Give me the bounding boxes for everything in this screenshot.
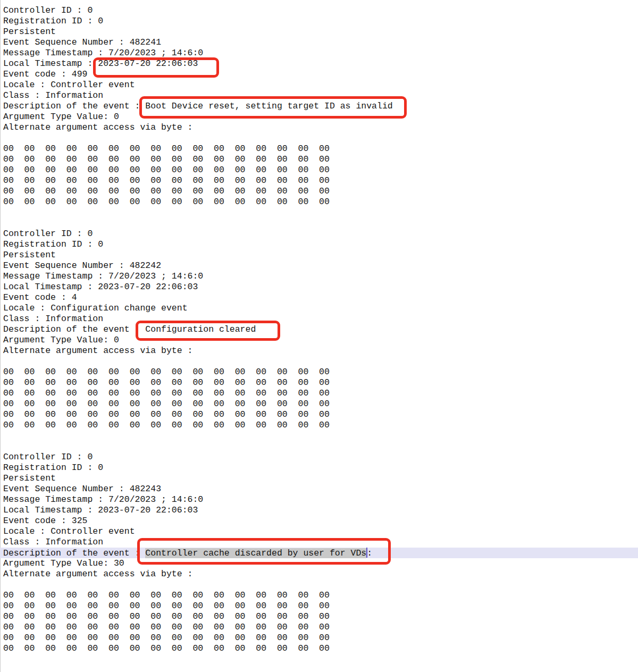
- hex-row: 00 00 00 00 00 00 00 00 00 00 00 00 00 0…: [3, 186, 638, 197]
- field-label: Alternate argument access via byte :: [3, 569, 192, 579]
- blank-line: [3, 207, 638, 218]
- field-value: 0: [114, 112, 119, 122]
- controller-id-line: Controller ID : 0: [3, 229, 638, 239]
- hex-row: 00 00 00 00 00 00 00 00 00 00 00 00 00 0…: [3, 643, 638, 654]
- field-value: 2023-07-20 22:06:03: [98, 282, 198, 292]
- field-value: Configuration change event: [51, 303, 187, 313]
- field-value: 0: [87, 452, 93, 462]
- hex-values: 00 00 00 00 00 00 00 00 00 00 00 00 00 0…: [3, 367, 330, 377]
- hex-row: 00 00 00 00 00 00 00 00 00 00 00 00 00 0…: [3, 622, 638, 633]
- description-suffix: :: [367, 548, 372, 558]
- field-value: 0: [98, 239, 103, 249]
- event-log[interactable]: Controller ID : 0Registration ID : 0Pers…: [1, 0, 638, 654]
- hex-row: 00 00 00 00 00 00 00 00 00 00 00 00 00 0…: [3, 367, 638, 377]
- field-value: Information: [45, 90, 103, 100]
- field-value: 482242: [130, 261, 161, 271]
- event-class-line: Class : Information: [3, 90, 638, 101]
- field-label: Registration ID :: [3, 16, 98, 26]
- field-label: Controller ID :: [3, 229, 87, 239]
- hex-values: 00 00 00 00 00 00 00 00 00 00 00 00 00 0…: [3, 377, 330, 388]
- hex-row: 00 00 00 00 00 00 00 00 00 00 00 00 00 0…: [3, 601, 638, 611]
- event-description-text: Configuration cleared: [145, 324, 256, 334]
- hex-values: 00 00 00 00 00 00 00 00 00 00 00 00 00 0…: [3, 622, 330, 632]
- blank-line: [3, 579, 638, 590]
- blank-line: [3, 133, 638, 144]
- event-class-line: Class : Information: [3, 314, 638, 324]
- hex-values: 00 00 00 00 00 00 00 00 00 00 00 00 00 0…: [3, 409, 330, 419]
- hex-values: 00 00 00 00 00 00 00 00 00 00 00 00 00 0…: [3, 154, 330, 164]
- event-code-line: Event code : 499: [3, 69, 638, 80]
- registration-id-line: Registration ID : 0: [3, 239, 638, 250]
- event-class-line: Class : Information: [3, 537, 638, 548]
- field-value: 2023-07-20 22:06:03: [98, 58, 198, 69]
- field-label: Description of the event :: [3, 324, 145, 334]
- hex-row: 00 00 00 00 00 00 00 00 00 00 00 00 00 0…: [3, 165, 638, 175]
- field-label: Locale :: [3, 303, 51, 313]
- blank-line: [3, 356, 638, 367]
- message-timestamp-line: Message Timestamp : 7/20/2023 ; 14:6:0: [3, 271, 638, 282]
- hex-row: 00 00 00 00 00 00 00 00 00 00 00 00 00 0…: [3, 409, 638, 420]
- alternate-access-line: Alternate argument access via byte :: [3, 569, 638, 579]
- field-value: 0: [87, 5, 93, 15]
- blank-line: [3, 431, 638, 441]
- persistent-flag-line: Persistent: [3, 250, 638, 261]
- local-timestamp-line: Local Timestamp : 2023-07-20 22:06:03: [3, 505, 638, 516]
- field-label: Alternate argument access via byte :: [3, 346, 192, 356]
- field-label: Local Timestamp :: [3, 58, 98, 69]
- field-value: 499: [72, 69, 88, 79]
- hex-row: 00 00 00 00 00 00 00 00 00 00 00 00 00 0…: [3, 420, 638, 431]
- hex-values: 00 00 00 00 00 00 00 00 00 00 00 00 00 0…: [3, 175, 330, 186]
- event-description-line: Description of the event : Boot Device r…: [3, 101, 638, 112]
- hex-values: 00 00 00 00 00 00 00 00 00 00 00 00 00 0…: [3, 197, 330, 207]
- registration-id-line: Registration ID : 0: [3, 16, 638, 27]
- field-value: 30: [114, 558, 124, 568]
- hex-row: 00 00 00 00 00 00 00 00 00 00 00 00 00 0…: [3, 154, 638, 165]
- hex-values: 00 00 00 00 00 00 00 00 00 00 00 00 00 0…: [3, 186, 330, 196]
- field-value: 2023-07-20 22:06:03: [98, 505, 198, 515]
- field-value: 7/20/2023 ; 14:6:0: [108, 271, 203, 281]
- local-timestamp-line: Local Timestamp : 2023-07-20 22:06:03: [3, 282, 638, 292]
- event-description-text[interactable]: Controller cache discarded by user for V…: [145, 548, 366, 558]
- field-label: Description of the event :: [3, 101, 145, 111]
- hex-row: 00 00 00 00 00 00 00 00 00 00 00 00 00 0…: [3, 197, 638, 207]
- hex-row: 00 00 00 00 00 00 00 00 00 00 00 00 00 0…: [3, 175, 638, 186]
- field-label: Event code :: [3, 516, 72, 526]
- hex-row: 00 00 00 00 00 00 00 00 00 00 00 00 00 0…: [3, 377, 638, 388]
- event-sequence-number-line: Event Sequence Number : 482241: [3, 37, 638, 48]
- alternate-access-line: Alternate argument access via byte :: [3, 346, 638, 356]
- field-label: Event Sequence Number :: [3, 37, 130, 47]
- hex-values: 00 00 00 00 00 00 00 00 00 00 00 00 00 0…: [3, 399, 330, 409]
- locale-line: Locale : Controller event: [3, 526, 638, 537]
- message-timestamp-line: Message Timestamp : 7/20/2023 ; 14:6:0: [3, 494, 638, 505]
- field-label: Locale :: [3, 80, 51, 90]
- field-label: Event Sequence Number :: [3, 261, 130, 271]
- field-value: 482241: [130, 37, 161, 47]
- field-label: Event code :: [3, 69, 72, 79]
- locale-line: Locale : Controller event: [3, 80, 638, 90]
- field-value: 0: [98, 463, 103, 473]
- field-value: 0: [98, 16, 103, 26]
- field-label: Controller ID :: [3, 5, 87, 15]
- field-label: Local Timestamp :: [3, 505, 98, 515]
- field-value: 7/20/2023 ; 14:6:0: [108, 48, 203, 58]
- field-value: 0: [114, 335, 119, 345]
- persistent-flag-line: Persistent: [3, 27, 638, 37]
- field-value: Controller event: [51, 526, 135, 536]
- message-timestamp-line: Message Timestamp : 7/20/2023 ; 14:6:0: [3, 48, 638, 58]
- hex-values: 00 00 00 00 00 00 00 00 00 00 00 00 00 0…: [3, 388, 330, 398]
- log-viewer-window: Controller ID : 0Registration ID : 0Pers…: [0, 0, 638, 672]
- argument-type-value-line: Argument Type Value: 0: [3, 112, 638, 122]
- field-label: Event Sequence Number :: [3, 484, 130, 494]
- field-value: 4: [72, 292, 77, 303]
- field-value: 7/20/2023 ; 14:6:0: [108, 494, 203, 505]
- field-value: 325: [72, 516, 88, 526]
- field-label: Class :: [3, 314, 45, 324]
- field-value: 482243: [130, 484, 161, 494]
- field-label: Persistent: [3, 250, 56, 260]
- blank-line: [3, 218, 638, 229]
- event-description-text: Boot Device reset, setting target ID as …: [145, 101, 392, 111]
- field-label: Description of the event :: [3, 548, 145, 558]
- hex-row: 00 00 00 00 00 00 00 00 00 00 00 00 00 0…: [3, 144, 638, 154]
- event-code-line: Event code : 325: [3, 516, 638, 526]
- alternate-access-line: Alternate argument access via byte :: [3, 122, 638, 133]
